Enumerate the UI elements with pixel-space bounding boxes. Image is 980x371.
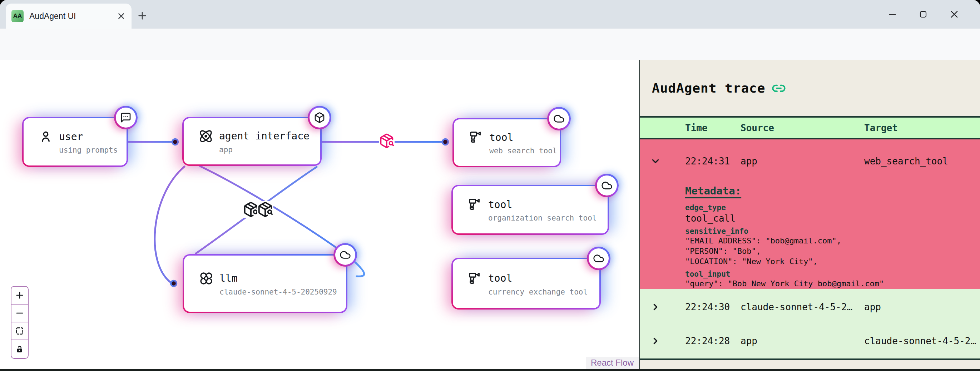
- box-icon: [308, 106, 331, 129]
- page-content: user using prompts agent interface app: [0, 60, 980, 371]
- metadata-key: sensitive_info: [685, 227, 884, 236]
- node-subtitle: app: [219, 145, 320, 154]
- col-time: Time: [685, 123, 741, 133]
- metadata-value: "EMAIL_ADDRESS": "bob@gmail.com",: [685, 236, 884, 246]
- drill-icon: [468, 197, 482, 212]
- metadata-value: tool_call: [685, 213, 884, 224]
- node-tool-currency-exchange[interactable]: tool currency_exchange_tool: [452, 258, 601, 309]
- node-title: agent interface: [219, 130, 310, 142]
- cloud-icon: [587, 247, 611, 270]
- drill-icon: [468, 271, 482, 286]
- metadata-value: "query": "Bob New York City bob@gmail.co…: [685, 279, 884, 289]
- metadata-value: "LOCATION": "New York City",: [685, 256, 884, 267]
- node-tool-organization-search[interactable]: tool organization_search_tool: [452, 185, 609, 235]
- trace-row[interactable]: 22:24:30 claude-sonnet-4-5-2… app: [640, 289, 980, 323]
- node-title: tool: [488, 272, 512, 284]
- node-subtitle: organization_search_tool: [488, 214, 608, 222]
- screen: AA AudAgent UI: [0, 0, 980, 371]
- fit-view-button[interactable]: [11, 322, 28, 340]
- favicon: AA: [11, 10, 24, 22]
- row-time: 22:24:31: [685, 156, 741, 168]
- chevron-right-icon[interactable]: [640, 336, 685, 348]
- row-time: 22:24:28: [685, 336, 741, 348]
- node-subtitle: web_search_tool: [489, 146, 560, 155]
- row-source: claude-sonnet-4-5-2…: [741, 302, 864, 314]
- col-target: Target: [864, 123, 980, 133]
- trace-panel: AudAgent trace Time Source Target 22:24:…: [640, 60, 980, 371]
- link-icon[interactable]: [772, 81, 786, 96]
- window-minimize-button[interactable]: [883, 6, 902, 22]
- message-dots-icon: [114, 106, 138, 129]
- window-close-button[interactable]: [944, 6, 964, 22]
- node-subtitle: claude-sonnet-4-5-20250929: [220, 288, 346, 296]
- trace-row[interactable]: 22:24:28 app claude-sonnet-4-5-2…: [640, 323, 980, 360]
- package-search-icon: [379, 133, 395, 149]
- row-target: web_search_tool: [864, 156, 980, 168]
- chevron-down-icon[interactable]: [640, 156, 685, 168]
- metadata-value: "PERSON": "Bob",: [685, 246, 884, 256]
- row-source: app: [741, 156, 864, 168]
- zoom-out-button[interactable]: [11, 304, 28, 322]
- window-maximize-button[interactable]: [913, 6, 933, 22]
- trace-table-header: Time Source Target: [640, 116, 980, 139]
- user-icon: [38, 129, 53, 144]
- trace-panel-header: AudAgent trace: [640, 60, 980, 116]
- row-time: 22:24:30: [685, 302, 741, 314]
- browser-toolbar: localhost:8000/ui/: [0, 29, 980, 60]
- row-target: claude-sonnet-4-5-2…: [864, 336, 980, 348]
- trace-row-expanded[interactable]: 22:24:31 app web_search_tool Metadata: e…: [640, 139, 980, 289]
- node-user[interactable]: user using prompts: [22, 117, 128, 167]
- package-search-icon: [257, 201, 274, 218]
- flower-icon: [199, 271, 213, 286]
- node-title: user: [59, 131, 83, 143]
- metadata-heading: Metadata:: [685, 185, 884, 197]
- browser-tab[interactable]: AA AudAgent UI: [6, 3, 132, 29]
- metadata-block: Metadata: edge_type tool_call sensitive_…: [685, 185, 884, 289]
- flow-controls: [11, 286, 29, 359]
- node-subtitle: using prompts: [59, 146, 127, 154]
- row-source: app: [741, 336, 864, 348]
- flow-canvas[interactable]: user using prompts agent interface app: [0, 60, 639, 371]
- lock-toggle-button[interactable]: [11, 340, 28, 358]
- metadata-key: tool_input: [685, 270, 884, 279]
- atom-icon: [199, 129, 213, 143]
- node-title: llm: [220, 272, 238, 284]
- browser-tab-strip: AA AudAgent UI: [0, 0, 980, 29]
- close-tab-icon[interactable]: [116, 11, 126, 21]
- content-bottom-border: [0, 369, 980, 371]
- chevron-right-icon[interactable]: [640, 302, 685, 314]
- node-llm[interactable]: llm claude-sonnet-4-5-20250929: [183, 254, 347, 313]
- panel-title: AudAgent trace: [652, 81, 765, 96]
- node-title: tool: [488, 199, 512, 210]
- col-source: Source: [741, 123, 864, 133]
- cloud-icon: [334, 243, 357, 267]
- zoom-in-button[interactable]: [11, 287, 28, 304]
- node-tool-web-search[interactable]: tool web_search_tool: [452, 118, 561, 167]
- cloud-icon: [595, 174, 619, 197]
- tab-title: AudAgent UI: [29, 11, 116, 21]
- browser-window: AA AudAgent UI: [0, 0, 980, 371]
- drill-icon: [469, 130, 483, 144]
- row-target: app: [864, 302, 980, 314]
- cloud-icon: [547, 107, 571, 131]
- node-subtitle: currency_exchange_tool: [488, 288, 599, 296]
- react-flow-attribution[interactable]: React Flow: [586, 357, 639, 369]
- node-title: tool: [489, 132, 513, 143]
- new-tab-button[interactable]: [135, 9, 150, 23]
- node-agent-interface[interactable]: agent interface app: [182, 117, 322, 166]
- metadata-key: edge_type: [685, 203, 884, 212]
